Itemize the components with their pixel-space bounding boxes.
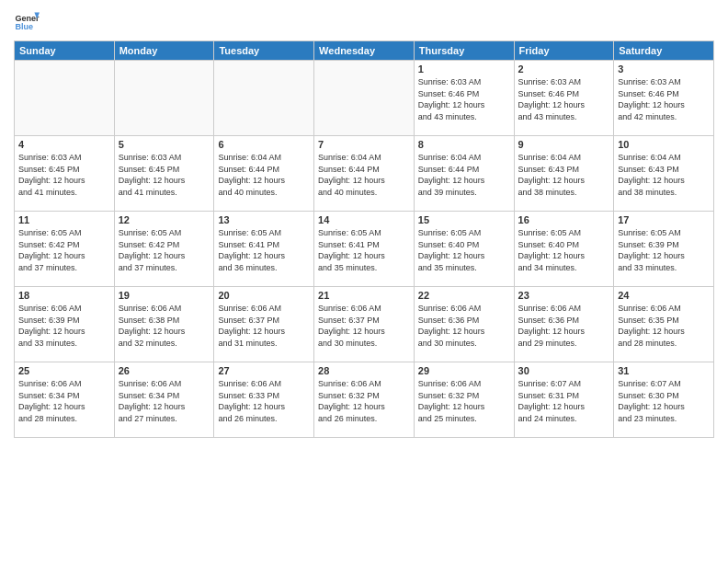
day-cell: 18Sunrise: 6:06 AM Sunset: 6:39 PM Dayli… [15,287,115,362]
day-number: 14 [318,214,410,225]
day-cell: 20Sunrise: 6:06 AM Sunset: 6:37 PM Dayli… [214,287,314,362]
day-info: Sunrise: 6:05 AM Sunset: 6:41 PM Dayligh… [218,227,310,273]
day-number: 8 [418,139,510,150]
day-cell: 13Sunrise: 6:05 AM Sunset: 6:41 PM Dayli… [214,212,314,287]
day-info: Sunrise: 6:04 AM Sunset: 6:44 PM Dayligh… [318,152,410,198]
day-number: 15 [418,214,510,225]
day-cell: 17Sunrise: 6:05 AM Sunset: 6:39 PM Dayli… [614,212,714,287]
day-cell: 30Sunrise: 6:07 AM Sunset: 6:31 PM Dayli… [514,362,614,438]
week-row-4: 18Sunrise: 6:06 AM Sunset: 6:39 PM Dayli… [15,287,714,362]
day-cell: 14Sunrise: 6:05 AM Sunset: 6:41 PM Dayli… [314,212,415,287]
day-cell: 8Sunrise: 6:04 AM Sunset: 6:44 PM Daylig… [414,136,514,212]
day-number: 19 [119,290,210,301]
day-info: Sunrise: 6:04 AM Sunset: 6:44 PM Dayligh… [218,152,310,198]
day-cell [15,61,115,136]
day-info: Sunrise: 6:06 AM Sunset: 6:36 PM Dayligh… [418,303,510,349]
col-header-sunday: Sunday [15,41,115,61]
day-number: 22 [418,290,510,301]
day-cell: 9Sunrise: 6:04 AM Sunset: 6:43 PM Daylig… [514,136,614,212]
day-info: Sunrise: 6:04 AM Sunset: 6:43 PM Dayligh… [518,152,610,198]
calendar-table: SundayMondayTuesdayWednesdayThursdayFrid… [14,40,714,438]
day-info: Sunrise: 6:06 AM Sunset: 6:39 PM Dayligh… [18,303,110,349]
col-header-monday: Monday [114,41,214,61]
week-row-2: 4Sunrise: 6:03 AM Sunset: 6:45 PM Daylig… [15,136,714,212]
day-number: 12 [119,214,210,225]
day-cell: 16Sunrise: 6:05 AM Sunset: 6:40 PM Dayli… [514,212,614,287]
day-info: Sunrise: 6:05 AM Sunset: 6:40 PM Dayligh… [518,227,610,273]
day-cell: 3Sunrise: 6:03 AM Sunset: 6:46 PM Daylig… [614,61,714,136]
day-cell: 4Sunrise: 6:03 AM Sunset: 6:45 PM Daylig… [15,136,115,212]
col-header-thursday: Thursday [414,41,514,61]
col-header-tuesday: Tuesday [214,41,314,61]
day-number: 27 [218,365,310,376]
day-number: 16 [518,214,610,225]
day-info: Sunrise: 6:03 AM Sunset: 6:45 PM Dayligh… [119,152,210,198]
day-number: 13 [218,214,310,225]
day-cell: 12Sunrise: 6:05 AM Sunset: 6:42 PM Dayli… [114,212,214,287]
day-number: 31 [618,365,710,376]
day-cell: 11Sunrise: 6:05 AM Sunset: 6:42 PM Dayli… [15,212,115,287]
day-cell: 1Sunrise: 6:03 AM Sunset: 6:46 PM Daylig… [414,61,514,136]
day-number: 4 [18,139,110,150]
day-number: 2 [518,63,610,75]
day-cell: 25Sunrise: 6:06 AM Sunset: 6:34 PM Dayli… [15,362,115,438]
day-cell [214,61,314,136]
day-info: Sunrise: 6:06 AM Sunset: 6:36 PM Dayligh… [518,303,610,349]
day-number: 24 [618,290,710,301]
day-cell: 10Sunrise: 6:04 AM Sunset: 6:43 PM Dayli… [614,136,714,212]
day-info: Sunrise: 6:03 AM Sunset: 6:46 PM Dayligh… [418,76,510,122]
day-cell: 6Sunrise: 6:04 AM Sunset: 6:44 PM Daylig… [214,136,314,212]
day-number: 30 [518,365,610,376]
day-info: Sunrise: 6:06 AM Sunset: 6:33 PM Dayligh… [218,378,310,424]
day-cell: 24Sunrise: 6:06 AM Sunset: 6:35 PM Dayli… [614,287,714,362]
day-cell: 29Sunrise: 6:06 AM Sunset: 6:32 PM Dayli… [414,362,514,438]
day-info: Sunrise: 6:05 AM Sunset: 6:40 PM Dayligh… [418,227,510,273]
day-info: Sunrise: 6:05 AM Sunset: 6:41 PM Dayligh… [318,227,410,273]
page: General Blue SundayMondayTuesdayWednesda… [0,0,728,563]
day-info: Sunrise: 6:06 AM Sunset: 6:37 PM Dayligh… [318,303,410,349]
logo: General Blue [14,9,40,35]
day-info: Sunrise: 6:06 AM Sunset: 6:35 PM Dayligh… [618,303,710,349]
day-info: Sunrise: 6:06 AM Sunset: 6:38 PM Dayligh… [119,303,210,349]
week-row-1: 1Sunrise: 6:03 AM Sunset: 6:46 PM Daylig… [15,61,714,136]
header-row: SundayMondayTuesdayWednesdayThursdayFrid… [15,41,714,61]
svg-text:Blue: Blue [15,22,33,31]
day-number: 18 [18,290,110,301]
day-info: Sunrise: 6:06 AM Sunset: 6:32 PM Dayligh… [318,378,410,424]
col-header-saturday: Saturday [614,41,714,61]
day-number: 21 [318,290,410,301]
day-cell: 2Sunrise: 6:03 AM Sunset: 6:46 PM Daylig… [514,61,614,136]
col-header-wednesday: Wednesday [314,41,415,61]
day-info: Sunrise: 6:04 AM Sunset: 6:43 PM Dayligh… [618,152,710,198]
day-info: Sunrise: 6:06 AM Sunset: 6:34 PM Dayligh… [119,378,210,424]
day-cell: 5Sunrise: 6:03 AM Sunset: 6:45 PM Daylig… [114,136,214,212]
day-cell: 31Sunrise: 6:07 AM Sunset: 6:30 PM Dayli… [614,362,714,438]
day-number: 5 [119,139,210,150]
day-info: Sunrise: 6:07 AM Sunset: 6:30 PM Dayligh… [618,378,710,424]
day-info: Sunrise: 6:03 AM Sunset: 6:46 PM Dayligh… [518,76,610,122]
day-number: 3 [618,63,710,75]
day-info: Sunrise: 6:07 AM Sunset: 6:31 PM Dayligh… [518,378,610,424]
day-number: 20 [218,290,310,301]
day-cell: 7Sunrise: 6:04 AM Sunset: 6:44 PM Daylig… [314,136,415,212]
day-info: Sunrise: 6:06 AM Sunset: 6:32 PM Dayligh… [418,378,510,424]
day-cell: 22Sunrise: 6:06 AM Sunset: 6:36 PM Dayli… [414,287,514,362]
day-number: 7 [318,139,410,150]
day-number: 26 [119,365,210,376]
day-info: Sunrise: 6:03 AM Sunset: 6:46 PM Dayligh… [618,76,710,122]
day-cell: 26Sunrise: 6:06 AM Sunset: 6:34 PM Dayli… [114,362,214,438]
day-number: 1 [418,63,510,75]
day-info: Sunrise: 6:06 AM Sunset: 6:34 PM Dayligh… [18,378,110,424]
week-row-5: 25Sunrise: 6:06 AM Sunset: 6:34 PM Dayli… [15,362,714,438]
day-info: Sunrise: 6:03 AM Sunset: 6:45 PM Dayligh… [18,152,110,198]
day-info: Sunrise: 6:05 AM Sunset: 6:42 PM Dayligh… [18,227,110,273]
day-cell: 15Sunrise: 6:05 AM Sunset: 6:40 PM Dayli… [414,212,514,287]
day-number: 25 [18,365,110,376]
day-cell: 19Sunrise: 6:06 AM Sunset: 6:38 PM Dayli… [114,287,214,362]
day-cell: 27Sunrise: 6:06 AM Sunset: 6:33 PM Dayli… [214,362,314,438]
day-number: 10 [618,139,710,150]
day-number: 28 [318,365,410,376]
day-number: 23 [518,290,610,301]
day-number: 11 [18,214,110,225]
day-cell: 28Sunrise: 6:06 AM Sunset: 6:32 PM Dayli… [314,362,415,438]
